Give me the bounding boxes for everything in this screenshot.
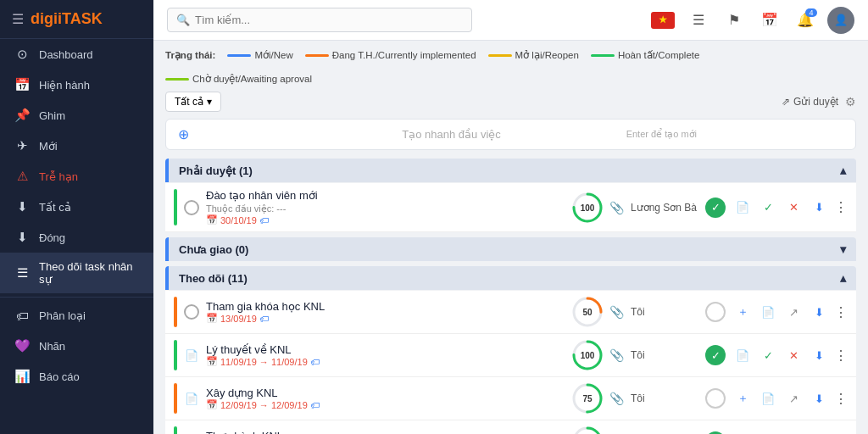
sidebar-item-bao-cao[interactable]: 📊 Báo cáo xyxy=(0,361,153,392)
tag-icon-t1: 🏷 xyxy=(259,215,269,225)
progress-text-t2: 50 xyxy=(582,308,592,317)
sidebar-item-hien-hanh[interactable]: 📅 Hiện hành xyxy=(0,70,153,100)
quick-add-bar[interactable]: ⊕ Tạo nhanh đầu việc Enter để tạo mới xyxy=(165,119,856,150)
task-row: 📄Thực hành KNL 📅 13/09/19 → 13/09/19 🏷 1… xyxy=(165,420,856,434)
status-done-t1[interactable]: ✓ xyxy=(705,198,726,218)
section-phai-duyet: Phải duyệt (1) ▴ Đào tạo nhân viên mớiTh… xyxy=(165,159,856,232)
section-header-theo-doi[interactable]: Theo dõi (11) ▴ xyxy=(165,266,856,290)
status-empty-t4[interactable] xyxy=(705,388,726,409)
task-radio-t1[interactable] xyxy=(184,200,199,215)
sidebar-icon-dashboard: ⊙ xyxy=(14,47,31,62)
task-info-t1: Đào tạo nhân viên mớiThuộc đầu việc: ---… xyxy=(206,189,565,225)
sidebar-header: ☰ digiiTASK xyxy=(0,0,153,39)
task-row: Đào tạo nhân viên mớiThuộc đầu việc: ---… xyxy=(165,183,856,232)
more-btn-t1[interactable]: ⋮ xyxy=(834,199,848,215)
hamburger-icon[interactable]: ☰ xyxy=(12,11,24,27)
tag-icon-t4: 🏷 xyxy=(310,400,320,410)
section-header-chua-giao[interactable]: Chưa giao (0) ▾ xyxy=(165,237,856,261)
sidebar: ☰ digiiTASK ⊙ Dashboard 📅 Hiện hành 📌 Gh… xyxy=(0,0,153,434)
del-btn-t3[interactable]: ✕ xyxy=(783,345,804,365)
assignee-t3: Tôi xyxy=(631,349,698,361)
task-title-t5: Thực hành KNL xyxy=(206,430,565,434)
doc-btn-t2[interactable]: 📄 xyxy=(758,302,778,322)
logo-part2: TASK xyxy=(62,10,103,27)
sidebar-label-phan-loai: Phân loại xyxy=(39,309,86,322)
dl-btn-t1[interactable]: ⬇ xyxy=(809,198,829,218)
quick-add-placeholder: Tạo nhanh đầu việc xyxy=(402,128,619,141)
send-approval-btn[interactable]: ⇗ Gửi duyệt xyxy=(782,96,838,108)
calendar-icon-btn[interactable]: 📅 xyxy=(756,7,783,34)
share-btn-t4[interactable]: ↗ xyxy=(783,388,804,409)
task-date-t2: 📅 13/09/19 🏷 xyxy=(206,313,565,324)
sidebar-item-tat-ca[interactable]: ⬇ Tất cả xyxy=(0,192,153,222)
legend-awaiting: Chờ duyệt/Awaiting aproval xyxy=(165,73,312,85)
task-actions-t3: 📄✓✕⬇⋮ xyxy=(732,345,848,365)
share-btn-t2[interactable]: ↗ xyxy=(783,302,804,322)
search-input[interactable] xyxy=(195,14,463,26)
task-date-text-t1: 30/10/19 xyxy=(220,215,257,225)
section-chua-giao: Chưa giao (0) ▾ xyxy=(165,237,856,261)
task-border-t5 xyxy=(174,426,177,434)
sidebar-divider xyxy=(0,297,153,298)
check-btn-t1[interactable]: ✓ xyxy=(758,198,778,218)
legend-awaiting-text: Chờ duyệt/Awaiting aproval xyxy=(192,73,312,85)
task-actions-t2: ＋📄↗⬇⋮ xyxy=(732,302,848,322)
assignee-t1: Lương Sơn Bà xyxy=(631,202,698,214)
sidebar-icon-dong: ⬇ xyxy=(14,230,31,245)
dl-btn-t3[interactable]: ⬇ xyxy=(809,345,829,365)
status-empty-t2[interactable] xyxy=(705,302,726,322)
task-date-text-t4: 12/09/19 → 12/09/19 xyxy=(220,400,308,410)
section-toggle-phai-duyet: ▴ xyxy=(840,164,846,177)
more-btn-t4[interactable]: ⋮ xyxy=(834,391,848,407)
sidebar-item-nhan[interactable]: 💜 Nhãn xyxy=(0,331,153,361)
sidebar-label-nhan: Nhãn xyxy=(39,340,65,353)
legend-complete-text: Hoàn tất/Complete xyxy=(618,49,700,61)
doc-btn-t4[interactable]: 📄 xyxy=(758,388,778,409)
sidebar-item-theo-doi-task[interactable]: ☰ Theo dõi task nhân sự xyxy=(0,253,153,293)
task-info-t3: Lý thuyết về KNL 📅 11/09/19 → 11/09/19 🏷 xyxy=(206,343,565,367)
dl-btn-t4[interactable]: ⬇ xyxy=(809,388,829,409)
status-done-t3[interactable]: ✓ xyxy=(705,345,726,365)
sidebar-item-moi[interactable]: ✈ Mới xyxy=(0,131,153,161)
legend-implementing: Đang T.H./Currently implemented xyxy=(305,50,476,60)
quick-add-radio-icon: ⊕ xyxy=(178,126,395,142)
doc-btn-t3[interactable]: 📄 xyxy=(732,345,753,365)
task-date-text-t2: 13/09/19 xyxy=(220,314,257,324)
section-header-phai-duyet[interactable]: Phải duyệt (1) ▴ xyxy=(165,159,856,182)
check-btn-t3[interactable]: ✓ xyxy=(758,345,778,365)
task-date-t4: 📅 12/09/19 → 12/09/19 🏷 xyxy=(206,399,565,410)
legend-complete: Hoàn tất/Complete xyxy=(591,49,700,61)
task-doc-icon-t4: 📄 xyxy=(184,391,199,406)
add-btn-t2[interactable]: ＋ xyxy=(732,302,753,322)
language-flag[interactable]: ★ xyxy=(649,7,676,34)
topbar-icons: ★ ☰ ⚑ 📅 🔔 4 👤 xyxy=(649,7,854,34)
filter-select[interactable]: Tất cả ▾ xyxy=(165,92,221,112)
logo-part1: digii xyxy=(31,10,62,27)
notification-btn[interactable]: 🔔 4 xyxy=(792,7,819,34)
task-border-t2 xyxy=(174,297,177,327)
main-content: 🔍 ★ ☰ ⚑ 📅 🔔 4 👤 Trạng thái: Mới/New xyxy=(153,0,868,434)
status-legend: Trạng thái: Mới/New Đang T.H./Currently … xyxy=(165,49,856,85)
filter-label: Tất cả xyxy=(175,96,203,108)
sidebar-item-phan-loai[interactable]: 🏷 Phân loại xyxy=(0,301,153,331)
task-radio-t2[interactable] xyxy=(184,304,199,320)
dl-btn-t2[interactable]: ⬇ xyxy=(809,302,829,322)
filter-options-icon[interactable]: ⚙ xyxy=(845,95,856,108)
add-btn-t4[interactable]: ＋ xyxy=(732,388,753,409)
sidebar-item-dashboard[interactable]: ⊙ Dashboard xyxy=(0,39,153,70)
del-btn-t1[interactable]: ✕ xyxy=(783,198,804,218)
doc-btn-t1[interactable]: 📄 xyxy=(732,198,753,218)
menu-icon-btn[interactable]: ☰ xyxy=(685,7,712,34)
sidebar-item-tre-han[interactable]: ⚠ Trễ hạn xyxy=(0,161,153,192)
user-avatar[interactable]: 👤 xyxy=(827,7,854,34)
section-title-phai-duyet: Phải duyệt (1) xyxy=(179,164,253,177)
sections-container: Phải duyệt (1) ▴ Đào tạo nhân viên mớiTh… xyxy=(165,159,856,434)
sidebar-item-dong[interactable]: ⬇ Đóng xyxy=(0,222,153,253)
sidebar-icon-phan-loai: 🏷 xyxy=(14,309,31,323)
search-box[interactable]: 🔍 xyxy=(167,8,472,32)
more-btn-t2[interactable]: ⋮ xyxy=(834,304,848,320)
flag-icon-btn[interactable]: ⚑ xyxy=(721,7,748,34)
more-btn-t3[interactable]: ⋮ xyxy=(834,348,848,364)
sidebar-item-ghim[interactable]: 📌 Ghim xyxy=(0,100,153,131)
task-title-t3: Lý thuyết về KNL xyxy=(206,343,565,356)
